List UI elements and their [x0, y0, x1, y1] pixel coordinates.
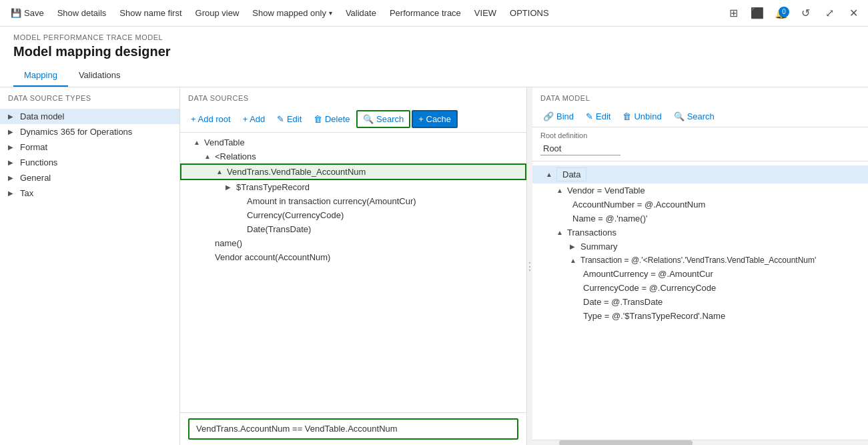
dm-node-data[interactable]: ▲ Data	[532, 165, 868, 183]
settings-icon[interactable]: ⊞	[724, 4, 743, 23]
currency-code-label: CurrencyCode = @.CurrencyCode	[583, 283, 716, 293]
sidebar-item-functions[interactable]: ▶ Functions	[0, 155, 179, 170]
dm-node-type[interactable]: Type = @.'$TransTypeRecord'.Name	[532, 309, 868, 323]
node-amount-trans-currency[interactable]: Amount in transaction currency(AmountCur…	[180, 194, 526, 208]
dm-node-account-number[interactable]: AccountNumber = @.AccountNum	[532, 197, 868, 211]
save-button[interactable]: 💾 Save	[5, 5, 49, 21]
dynamics365-label: Dynamics 365 for Operations	[20, 127, 132, 137]
tab-mapping[interactable]: Mapping	[13, 65, 68, 87]
vendtable-arrow-icon: ▲	[193, 139, 201, 146]
add-root-button[interactable]: + Add root	[185, 111, 236, 127]
relations-label: <Relations	[215, 151, 256, 161]
dm-edit-button[interactable]: ✎ Edit	[580, 109, 616, 124]
notification-badge: 0	[779, 7, 789, 17]
general-label: General	[20, 173, 51, 183]
show-details-button[interactable]: Show details	[52, 5, 112, 21]
sidebar-item-dynamics365[interactable]: ▶ Dynamics 365 for Operations	[0, 124, 179, 139]
view-button[interactable]: VIEW	[469, 5, 502, 21]
add-button[interactable]: + Add	[238, 111, 271, 127]
search-button[interactable]: 🔍 Search	[356, 110, 410, 128]
vendor-node-arrow-icon: ▲	[556, 187, 564, 194]
node-relations[interactable]: ▲ <Relations	[180, 149, 526, 163]
format-label: Format	[20, 142, 47, 152]
dm-node-transactions[interactable]: ▲ Transactions	[532, 226, 868, 240]
dm-node-name[interactable]: Name = @.'name()'	[532, 211, 868, 226]
save-icon: 💾	[11, 8, 21, 18]
dm-search-button[interactable]: 🔍 Search	[669, 109, 720, 124]
notification-icon[interactable]: 🔔 0	[772, 4, 791, 23]
formula-box[interactable]: VendTrans.AccountNum == VendTable.Accoun…	[188, 418, 518, 440]
scrollbar-thumb[interactable]	[559, 440, 693, 445]
node-vendtable[interactable]: ▲ VendTable	[180, 135, 526, 149]
node-currency[interactable]: Currency(CurrencyCode)	[180, 208, 526, 222]
delete-button[interactable]: 🗑 Delete	[308, 111, 355, 127]
expand-icon[interactable]: ⤢	[820, 4, 839, 23]
header: MODEL PERFORMANCE TRACE MODEL Model mapp…	[0, 27, 868, 87]
date-node-label: Date = @.TransDate	[583, 297, 663, 307]
functions-label: Functions	[20, 157, 57, 167]
node-vendor-account[interactable]: Vendor account(AccountNum)	[180, 250, 526, 264]
close-icon[interactable]: ✕	[844, 4, 863, 23]
dm-node-summary[interactable]: ▶ Summary	[532, 240, 868, 254]
data-model-header: DATA MODEL	[532, 87, 868, 106]
bind-button[interactable]: 🔗 Bind	[538, 109, 579, 124]
tab-validations[interactable]: Validations	[68, 65, 131, 87]
node-transtyperecord[interactable]: ▶ $TransTypeRecord	[180, 180, 526, 194]
node-vendtrans-accountnum[interactable]: ▲ VendTrans.VendTable_AccountNum	[180, 163, 526, 180]
show-name-first-button[interactable]: Show name first	[114, 5, 187, 21]
main-toolbar: 💾 Save Show details Show name first Grou…	[0, 0, 868, 27]
dm-node-vendor[interactable]: ▲ Vendor = VendTable	[532, 183, 868, 197]
transactions-arrow-icon: ▲	[556, 229, 564, 236]
unbind-icon: 🗑	[622, 111, 631, 121]
show-mapped-only-dropdown-icon: ▾	[329, 9, 332, 17]
datasource-types-header: DATA SOURCE TYPES	[0, 87, 179, 106]
middle-panel: DATA SOURCES + Add root + Add ✎ Edit 🗑 D…	[180, 87, 527, 445]
summary-label: Summary	[580, 242, 618, 252]
node-date[interactable]: Date(TransDate)	[180, 222, 526, 236]
transtyperecord-label: $TransTypeRecord	[236, 182, 310, 192]
format-expand-icon: ▶	[8, 143, 16, 151]
breadcrumb: MODEL PERFORMANCE TRACE MODEL	[13, 33, 855, 41]
options-button[interactable]: OPTIONS	[504, 5, 554, 21]
summary-arrow-icon: ▶	[570, 243, 578, 250]
root-definition-input[interactable]	[540, 142, 620, 155]
horizontal-scrollbar[interactable]	[532, 440, 868, 445]
data-model-toolbar: 🔗 Bind ✎ Edit 🗑 Unbind 🔍 Search	[532, 106, 868, 127]
unbind-button[interactable]: 🗑 Unbind	[617, 109, 667, 124]
panel-divider[interactable]: ⋮	[527, 87, 532, 445]
office-icon[interactable]: ⬛	[748, 4, 767, 23]
dm-node-currency-code[interactable]: CurrencyCode = @.CurrencyCode	[532, 281, 868, 295]
dm-node-date[interactable]: Date = @.TransDate	[532, 295, 868, 309]
toolbar-right: ⊞ ⬛ 🔔 0 ↺ ⤢ ✕	[724, 4, 863, 23]
sidebar-item-general[interactable]: ▶ General	[0, 170, 179, 185]
sidebar-item-format[interactable]: ▶ Format	[0, 139, 179, 155]
validate-button[interactable]: Validate	[340, 5, 382, 21]
datasource-toolbar: + Add root + Add ✎ Edit 🗑 Delete 🔍 Searc…	[180, 106, 526, 133]
show-mapped-only-button[interactable]: Show mapped only ▾	[247, 5, 338, 21]
tabs: Mapping Validations	[13, 65, 855, 87]
formula-bar: VendTrans.AccountNum == VendTable.Accoun…	[180, 412, 526, 445]
right-panel: DATA MODEL 🔗 Bind ✎ Edit 🗑 Unbind 🔍 Sear…	[532, 87, 868, 445]
cache-button[interactable]: + Cache	[412, 110, 458, 128]
group-view-button[interactable]: Group view	[190, 5, 245, 21]
refresh-icon[interactable]: ↺	[796, 4, 815, 23]
data-node-arrow-icon: ▲	[546, 171, 554, 178]
name-node-label: Name = @.'name()'	[572, 213, 647, 224]
dynamics365-expand-icon: ▶	[8, 128, 16, 135]
datasource-types-tree: ▶ Data model ▶ Dynamics 365 for Operatio…	[0, 106, 179, 445]
sidebar-item-data-model[interactable]: ▶ Data model	[0, 109, 179, 124]
name-label: name()	[215, 238, 242, 248]
node-name[interactable]: name()	[180, 236, 526, 250]
vendtrans-arrow-icon: ▲	[216, 168, 224, 175]
functions-expand-icon: ▶	[8, 159, 16, 166]
data-model-expand-icon: ▶	[8, 113, 16, 120]
performance-trace-button[interactable]: Performance trace	[384, 5, 466, 21]
sidebar-item-tax[interactable]: ▶ Tax	[0, 185, 179, 201]
bind-icon: 🔗	[543, 111, 554, 121]
edit-button[interactable]: ✎ Edit	[272, 111, 307, 127]
vendtrans-accountnum-label: VendTrans.VendTable_AccountNum	[227, 167, 366, 177]
dm-node-amount-currency[interactable]: AmountCurrency = @.AmountCur	[532, 267, 868, 281]
dm-node-transaction[interactable]: ▲ Transaction = @.'<Relations'.'VendTran…	[532, 254, 868, 267]
relations-arrow-icon: ▲	[204, 153, 212, 160]
tax-expand-icon: ▶	[8, 189, 16, 197]
